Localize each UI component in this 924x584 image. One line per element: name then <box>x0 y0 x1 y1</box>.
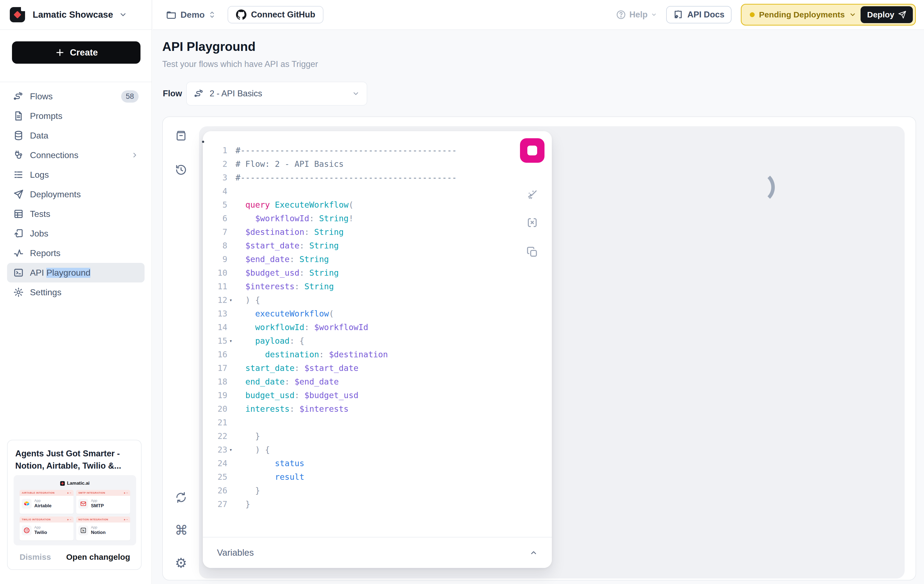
api-docs-button[interactable]: API Docs <box>666 6 731 23</box>
workspace-header: Lamatic Showcase <box>0 0 152 30</box>
merge-query-icon[interactable] <box>526 216 538 229</box>
copy-icon[interactable] <box>526 246 538 258</box>
query-editor[interactable]: 1#--------------------------------------… <box>203 131 552 568</box>
prettify-icon[interactable] <box>526 188 538 201</box>
svg-text:N: N <box>82 528 84 532</box>
database-icon <box>13 130 24 141</box>
code-line[interactable]: 24 status <box>203 456 511 470</box>
code-line[interactable]: 7 $destination: String <box>203 225 511 239</box>
drag-handle[interactable] <box>202 141 204 143</box>
fold-marker-icon[interactable]: ▾ <box>227 338 236 344</box>
sidebar-item-settings[interactable]: Settings <box>7 283 145 302</box>
fold-marker-icon[interactable]: ▾ <box>227 447 236 452</box>
code-line[interactable]: 19 budget_usd: $budget_usd <box>203 388 511 402</box>
notion-icon: N <box>78 525 88 535</box>
sidebar-item-label: Jobs <box>30 229 48 239</box>
fold-marker-icon[interactable]: ▾ <box>227 297 236 303</box>
sidebar-item-label: Deployments <box>30 189 81 199</box>
lamatic-logo-icon <box>60 481 65 486</box>
connect-github-button[interactable]: Connect GitHub <box>228 6 323 23</box>
send-icon <box>898 11 906 19</box>
sidebar-item-connections[interactable]: Connections <box>7 145 145 165</box>
code-line[interactable]: 21 <box>203 416 511 429</box>
sidebar-item-prompts[interactable]: Prompts <box>7 106 145 126</box>
envelope-icon <box>78 499 88 508</box>
code-line[interactable]: 6 $workflowId: String! <box>203 211 511 225</box>
code-line[interactable]: 25 result <box>203 470 511 484</box>
code-line[interactable]: 1#--------------------------------------… <box>203 143 511 157</box>
code-lines[interactable]: 1#--------------------------------------… <box>203 143 511 511</box>
code-line[interactable]: 23▾ ) { <box>203 443 511 456</box>
promo-card-header: SMTP INTEGRATION <box>78 492 105 494</box>
code-line[interactable]: 13 executeWorkflow( <box>203 307 511 320</box>
code-line[interactable]: 10 $budget_usd: String <box>203 266 511 280</box>
variables-section[interactable]: Variables <box>203 537 552 568</box>
promo-card-twilio: TWILIO INTEGRATION▸ − AppTwilio <box>20 517 74 540</box>
sidebar-item-api-playground[interactable]: API Playground <box>7 263 145 283</box>
code-line[interactable]: 8 $start_date: String <box>203 239 511 252</box>
pending-deployments-label[interactable]: Pending Deployments <box>759 10 845 19</box>
help-label: Help <box>629 10 648 20</box>
sidebar-item-jobs[interactable]: Jobs <box>7 224 145 243</box>
code-line[interactable]: 11 $interests: String <box>203 280 511 293</box>
promo-card-kind: App <box>34 525 47 529</box>
sidebar-item-tests[interactable]: Tests <box>7 204 145 224</box>
code-line[interactable]: 12▾ ) { <box>203 293 511 307</box>
promo-card-name: Twilio <box>34 530 47 535</box>
folder-icon <box>166 9 177 20</box>
sidebar-item-reports[interactable]: Reports <box>7 243 145 263</box>
chevron-down-icon[interactable] <box>849 11 856 18</box>
flow-select[interactable]: 2 - API Basics <box>186 82 367 105</box>
history-icon[interactable] <box>175 164 187 176</box>
refresh-icon[interactable] <box>175 491 187 504</box>
code-line[interactable]: 3#--------------------------------------… <box>203 171 511 184</box>
code-line[interactable]: 14 workflowId: $workflowId <box>203 320 511 334</box>
open-changelog-button[interactable]: Open changelog <box>66 553 130 562</box>
code-line[interactable]: 16 destination: $destination <box>203 347 511 361</box>
deploy-label: Deploy <box>867 10 894 19</box>
code-line[interactable]: 15▾ payload: { <box>203 334 511 347</box>
code-line[interactable]: 18 end_date: $end_date <box>203 375 511 388</box>
code-line[interactable]: 20 interests: $interests <box>203 402 511 416</box>
promo-card-airtable: AIRTABLE INTEGRATION▸ − AppAirtable <box>20 490 74 514</box>
sidebar-item-label: API <box>30 268 46 278</box>
workspace-name[interactable]: Lamatic Showcase <box>33 10 113 20</box>
promo-card-name: SMTP <box>91 503 104 508</box>
sidebar-item-logs[interactable]: Logs <box>7 165 145 184</box>
gear-icon[interactable]: ⚙ <box>175 556 187 569</box>
project-selector[interactable]: Demo <box>166 9 216 20</box>
promo-brand: Lamatic.ai <box>13 480 136 486</box>
dismiss-button[interactable]: Dismiss <box>20 553 51 562</box>
help-menu[interactable]: Help <box>616 10 657 20</box>
jobs-icon <box>13 228 24 239</box>
sidebar-item-data[interactable]: Data <box>7 126 145 145</box>
code-line[interactable]: 5 query ExecuteWorkflow( <box>203 198 511 211</box>
sidebar-divider <box>0 82 152 82</box>
create-button[interactable]: Create <box>12 41 140 64</box>
sidebar-nav: Flows 58 Prompts Data Connections Logs D… <box>0 87 152 302</box>
code-line[interactable]: 4 <box>203 184 511 198</box>
chevron-up-icon[interactable] <box>530 549 538 557</box>
activity-icon <box>13 248 24 258</box>
flows-icon <box>194 89 204 99</box>
code-line[interactable]: 17 start_date: $start_date <box>203 361 511 375</box>
command-shortcuts-icon[interactable]: ⌘ <box>175 523 187 536</box>
chevron-down-icon[interactable] <box>119 11 127 19</box>
sidebar-item-flows[interactable]: Flows 58 <box>7 87 145 106</box>
docs-book-icon[interactable] <box>175 130 187 142</box>
code-line[interactable]: 26 } <box>203 484 511 497</box>
promo-card-kind: App <box>91 498 104 503</box>
logs-icon <box>13 169 24 180</box>
code-line[interactable]: 22 } <box>203 429 511 443</box>
sidebar-item-deployments[interactable]: Deployments <box>7 184 145 204</box>
stop-execution-button[interactable] <box>520 138 544 163</box>
loading-spinner-icon <box>742 171 775 204</box>
code-line[interactable]: 9 $end_date: String <box>203 252 511 266</box>
code-line[interactable]: 2# Flow: 2 - API Basics <box>203 157 511 171</box>
flow-select-value: 2 - API Basics <box>210 89 262 99</box>
chevron-down-icon <box>352 90 360 97</box>
deploy-button[interactable]: Deploy <box>861 6 913 23</box>
code-line[interactable]: 27 } <box>203 497 511 511</box>
create-label: Create <box>70 47 98 58</box>
gear-icon <box>13 287 24 298</box>
